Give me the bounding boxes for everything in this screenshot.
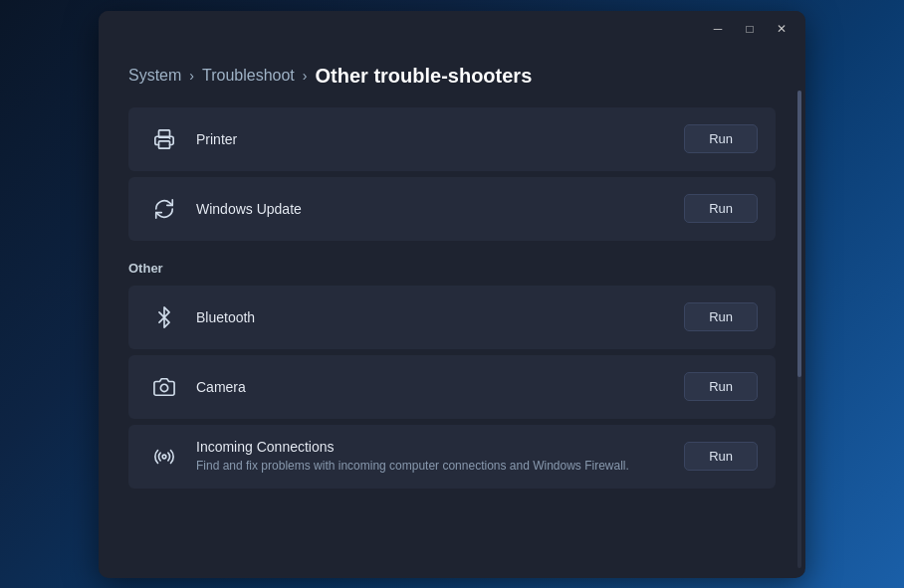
printer-run-button[interactable]: Run [684,124,758,153]
breadcrumb-system[interactable]: System [128,67,181,85]
scrollbar-track [797,91,801,568]
troubleshooter-bluetooth: Bluetooth Run [128,286,776,349]
incoming-connections-name: Incoming Connections [196,439,684,455]
bluetooth-run-button[interactable]: Run [684,302,758,331]
bluetooth-info: Bluetooth [196,309,684,325]
windows-update-name: Windows Update [196,201,684,217]
incoming-connections-icon [146,439,182,475]
other-section-label: Other [128,261,776,276]
breadcrumb-sep-2: › [303,68,308,84]
svg-rect-1 [159,140,170,147]
troubleshooter-camera: Camera Run [128,355,776,419]
breadcrumb-troubleshoot[interactable]: Troubleshoot [202,67,295,85]
breadcrumb-sep-1: › [189,68,194,84]
windows-update-run-button[interactable]: Run [684,194,758,223]
troubleshooter-printer: Printer Run [128,107,776,171]
settings-window: ─ □ ✕ System › Troubleshoot › Other trou… [99,11,805,578]
maximize-button[interactable]: □ [734,17,766,41]
incoming-connections-run-button[interactable]: Run [684,442,758,471]
breadcrumb: System › Troubleshoot › Other trouble-sh… [128,47,776,107]
incoming-connections-info: Incoming Connections Find and fix proble… [196,439,684,475]
svg-point-4 [162,455,166,459]
scrollbar-thumb[interactable] [797,91,801,377]
titlebar: ─ □ ✕ [99,11,805,47]
close-button[interactable]: ✕ [766,17,797,41]
main-content: System › Troubleshoot › Other trouble-sh… [99,47,805,578]
breadcrumb-current: Other trouble-shooters [315,65,532,88]
incoming-connections-desc: Find and fix problems with incoming comp… [196,458,684,475]
troubleshooter-incoming-connections: Incoming Connections Find and fix proble… [128,425,776,489]
svg-point-3 [160,384,167,391]
camera-name: Camera [196,379,684,395]
printer-info: Printer [196,131,684,147]
camera-icon [146,369,182,405]
bluetooth-icon [146,299,182,335]
windows-update-icon [146,191,182,227]
camera-info: Camera [196,379,684,395]
bluetooth-name: Bluetooth [196,309,684,325]
windows-update-info: Windows Update [196,201,684,217]
printer-icon [146,121,182,157]
printer-name: Printer [196,131,684,147]
svg-point-2 [169,137,171,139]
minimize-button[interactable]: ─ [702,17,734,41]
camera-run-button[interactable]: Run [684,372,758,401]
troubleshooter-windows-update: Windows Update Run [128,177,776,241]
